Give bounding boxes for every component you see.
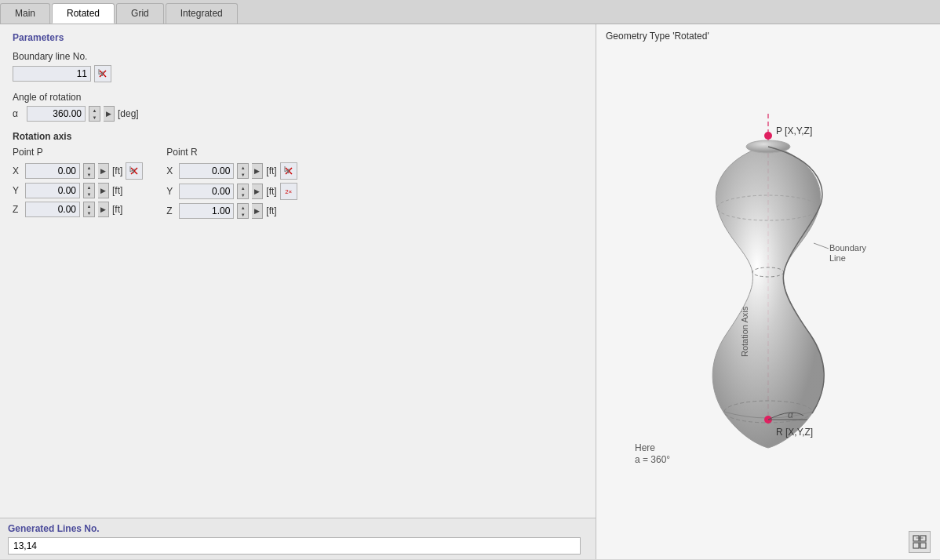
svg-rect-6	[913, 536, 919, 541]
tab-rotated[interactable]: Rotated	[52, 3, 115, 24]
point-p-y-row: Y ▲ ▼ ▶ [ft]	[13, 183, 143, 198]
point-r-z-arrow[interactable]: ▶	[252, 203, 263, 219]
diagram-export-btn[interactable]	[909, 531, 931, 553]
point-p-x-spin-down[interactable]: ▼	[84, 171, 94, 178]
point-r-y-input[interactable]	[179, 184, 234, 199]
point-r-y-spin-down[interactable]: ▼	[238, 191, 248, 198]
note-angle: a = 360°	[635, 454, 670, 465]
parameters-title: Parameters	[13, 32, 583, 43]
point-p-cursor-icon	[129, 165, 140, 176]
rotation-axis-title: Rotation axis	[13, 131, 583, 142]
point-r-y-unit: [ft]	[266, 186, 276, 197]
boundary-line-input[interactable]	[13, 66, 91, 82]
p-label: P [X,Y,Z]	[776, 125, 812, 136]
left-panel: Parameters Boundary line No.	[0, 24, 596, 559]
point-r-x-label: X	[166, 165, 176, 176]
point-r-z-spinner[interactable]: ▲ ▼	[237, 203, 249, 219]
tab-main[interactable]: Main	[0, 3, 50, 24]
angle-row: α ▲ ▼ ▶ [deg]	[13, 106, 583, 122]
point-p-y-spin-up[interactable]: ▲	[84, 184, 94, 191]
point-p-x-spin-up[interactable]: ▲	[84, 164, 94, 171]
alpha-diagram-label: α	[788, 409, 794, 420]
point-p-y-spinner[interactable]: ▲ ▼	[83, 183, 95, 198]
point-r-y-row: Y ▲ ▼ ▶ [ft] 2×	[166, 183, 297, 200]
body-shape	[712, 145, 824, 448]
generated-lines-value: 13,14	[8, 537, 581, 555]
point-r-z-spin-up[interactable]: ▲	[238, 204, 248, 211]
point-p-z-unit: [ft]	[112, 204, 122, 215]
angle-arrow-right[interactable]: ▶	[104, 106, 115, 122]
point-p-z-spin-down[interactable]: ▼	[84, 209, 94, 216]
point-p-z-input[interactable]	[25, 202, 80, 217]
point-p-z-label: Z	[13, 204, 22, 215]
cursor-icon	[97, 68, 108, 79]
point-p-x-arrow[interactable]: ▶	[98, 163, 109, 179]
boundary-line-icon-btn[interactable]	[94, 65, 111, 82]
point-p-x-row: X ▲ ▼ ▶ [ft]	[13, 162, 143, 180]
boundary-line-label2: Line	[829, 253, 846, 263]
r-label: R [X,Y,Z]	[776, 427, 813, 438]
point-r-x-arrow[interactable]: ▶	[252, 163, 263, 179]
bottom-bar: Generated Lines No. 13,14	[0, 518, 596, 559]
tab-grid[interactable]: Grid	[116, 3, 164, 24]
right-panel-title: Geometry Type 'Rotated'	[596, 24, 940, 48]
point-p-y-label: Y	[13, 185, 22, 196]
point-p-col: Point P X ▲ ▼ ▶ [ft]	[13, 147, 143, 219]
point-r-cursor-icon	[283, 165, 294, 176]
point-p-z-spinner[interactable]: ▲ ▼	[83, 202, 95, 217]
point-p-y-input[interactable]	[25, 183, 80, 198]
boundary-line-row	[13, 65, 583, 82]
point-r-x-spinner[interactable]: ▲ ▼	[237, 163, 249, 179]
point-p-x-input[interactable]	[25, 163, 80, 179]
tab-bar: Main Rotated Grid Integrated	[0, 0, 940, 24]
boundary-leader-line	[814, 243, 829, 249]
angle-input[interactable]	[27, 106, 86, 122]
boundary-line-label: Boundary line No.	[13, 51, 583, 62]
point-p-x-label: X	[13, 165, 22, 176]
point-r-z-label: Z	[166, 205, 176, 216]
boundary-line-group: Boundary line No.	[13, 51, 583, 82]
point-r-z-unit: [ft]	[266, 205, 276, 216]
angle-group: Angle of rotation α ▲ ▼ ▶ [deg]	[13, 92, 583, 122]
point-p-dot	[764, 132, 772, 140]
alpha-label: α	[13, 108, 24, 119]
rotation-axis-group: Rotation axis Point P X ▲ ▼	[13, 131, 583, 219]
angle-spinner[interactable]: ▲ ▼	[89, 106, 100, 122]
point-r-z-input[interactable]	[179, 203, 234, 219]
point-r-x-input[interactable]	[179, 163, 234, 179]
point-p-y-arrow[interactable]: ▶	[98, 183, 109, 198]
point-r-x-spin-down[interactable]: ▼	[238, 171, 248, 178]
points-row: Point P X ▲ ▼ ▶ [ft]	[13, 147, 583, 219]
point-r-2x-icon-btn[interactable]: 2×	[280, 183, 297, 200]
point-r-y-spinner[interactable]: ▲ ▼	[237, 184, 249, 199]
note-here: Here	[635, 442, 655, 453]
svg-rect-7	[920, 536, 926, 541]
point-r-y-spin-up[interactable]: ▲	[238, 184, 248, 191]
rotation-axis-label: Rotation Axis	[740, 306, 749, 357]
point-p-title: Point P	[13, 147, 143, 158]
point-r-x-unit: [ft]	[266, 165, 276, 176]
angle-spin-down[interactable]: ▼	[89, 114, 100, 121]
angle-unit: [deg]	[118, 108, 139, 119]
point-r-z-row: Z ▲ ▼ ▶ [ft]	[166, 203, 297, 219]
export-icon	[913, 535, 927, 549]
point-r-title: Point R	[166, 147, 297, 158]
point-p-icon-btn[interactable]	[126, 162, 143, 180]
main-layout: Parameters Boundary line No.	[0, 24, 940, 559]
left-content: Parameters Boundary line No.	[0, 24, 596, 518]
boundary-line-label: Boundary	[829, 243, 867, 253]
point-r-z-spin-down[interactable]: ▼	[238, 211, 248, 218]
point-p-z-arrow[interactable]: ▶	[98, 202, 109, 217]
geometry-diagram: P [X,Y,Z] R [X,Y,Z] Rotation Axis Bounda…	[619, 98, 917, 475]
angle-spin-up[interactable]: ▲	[89, 107, 100, 114]
point-r-y-label: Y	[166, 186, 176, 197]
point-r-y-arrow[interactable]: ▶	[252, 184, 263, 199]
point-r-x-spin-up[interactable]: ▲	[238, 164, 248, 171]
point-p-y-spin-down[interactable]: ▼	[84, 191, 94, 198]
point-p-y-unit: [ft]	[112, 185, 122, 196]
point-p-z-spin-up[interactable]: ▲	[84, 202, 94, 209]
point-r-icon-btn[interactable]	[280, 162, 297, 180]
svg-rect-8	[913, 543, 919, 548]
point-p-x-spinner[interactable]: ▲ ▼	[83, 163, 95, 179]
tab-integrated[interactable]: Integrated	[166, 3, 238, 24]
